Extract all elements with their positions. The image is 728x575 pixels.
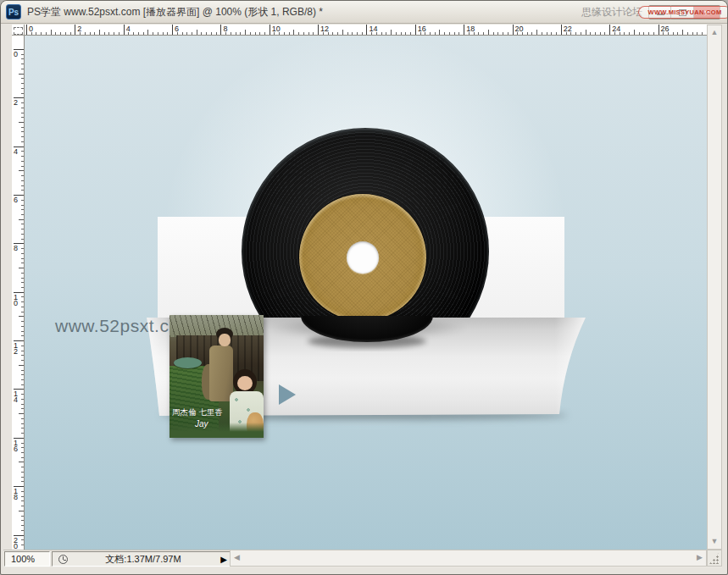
album-man-face <box>219 334 231 346</box>
photoshop-document-window: Ps PS学堂 www.52psxt.com [播放器界面] @ 100% (形… <box>0 0 728 575</box>
record-bottom-edge <box>301 316 433 351</box>
document-title: PS学堂 www.52psxt.com [播放器界面] @ 100% (形状 1… <box>27 5 323 19</box>
vinyl-record <box>242 128 489 318</box>
album-cover: 周杰倫 七里香 Jay <box>169 315 264 438</box>
document-size-info: 文档:1.37M/7.97M <box>73 552 214 566</box>
album-artist-text: Jay <box>195 419 208 428</box>
resize-grip-icon[interactable] <box>707 550 722 567</box>
vinyl-disc <box>242 128 489 318</box>
scroll-left-icon[interactable]: ◀ <box>234 553 240 561</box>
close-button[interactable]: × <box>694 5 720 19</box>
close-icon: × <box>694 6 720 19</box>
maximize-icon <box>679 9 686 16</box>
album-umbrella <box>174 357 202 368</box>
scroll-up-icon[interactable]: ▲ <box>708 28 721 36</box>
album-girl-face <box>237 376 253 390</box>
album-man-uniform <box>209 346 233 401</box>
play-icon <box>279 384 296 405</box>
window-controls: × WWW.MISSYUAN.COM <box>648 5 720 19</box>
album-title-text: 周杰倫 七里香 <box>172 408 223 417</box>
clock-icon[interactable] <box>58 555 68 564</box>
vertical-scrollbar[interactable]: ▲ ▼ <box>707 25 722 550</box>
vertical-ruler[interactable]: 02468101214161820 <box>12 36 25 550</box>
forum-watermark-text: 思缘设计论坛 <box>581 5 642 19</box>
minimize-icon <box>657 14 664 15</box>
horizontal-scrollbar[interactable]: ◀ ▶ <box>230 550 707 567</box>
horizontal-ruler[interactable]: 0246810121416182022242628 <box>25 25 707 36</box>
scroll-right-icon[interactable]: ▶ <box>697 553 703 561</box>
ruler-origin-box[interactable] <box>12 25 25 36</box>
album-grass <box>169 423 264 438</box>
record-label <box>299 194 426 318</box>
record-hole <box>347 241 379 274</box>
maximize-button[interactable] <box>671 5 694 19</box>
titlebar[interactable]: Ps PS学堂 www.52psxt.com [播放器界面] @ 100% (形… <box>1 1 727 24</box>
scroll-down-icon[interactable]: ▼ <box>708 537 721 545</box>
document-canvas[interactable]: www.52psxt.com 周杰倫 七里香 Jay <box>25 36 707 550</box>
status-flyout-arrow-icon[interactable]: ▶ <box>220 553 227 566</box>
minimize-button[interactable] <box>648 5 671 19</box>
photoshop-app-icon: Ps <box>6 4 21 19</box>
zoom-level-field[interactable]: 100% <box>4 551 50 567</box>
status-info-panel: 文档:1.37M/7.97M ▶ <box>52 551 231 567</box>
